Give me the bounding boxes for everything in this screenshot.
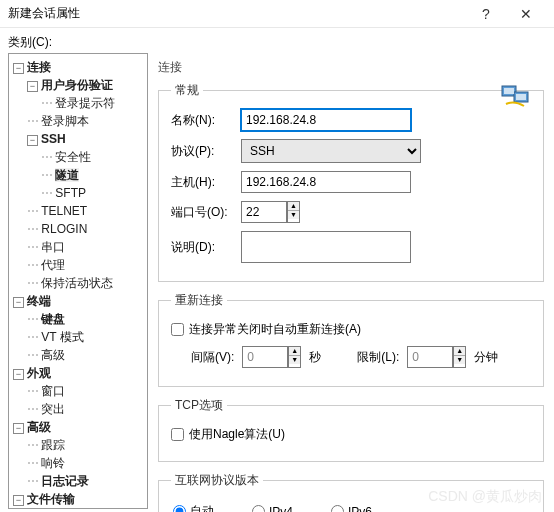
general-group: 常规 名称(N): 协议(P): SSH 主机(H): 端口号(O): ▲▼: [158, 82, 544, 282]
port-label: 端口号(O):: [171, 204, 241, 221]
limit-label: 限制(L):: [357, 349, 399, 366]
category-tree[interactable]: −连接 −用户身份验证 ⋯ 登录提示符 ⋯ 登录脚本 −SSH ⋯ 安全性 ⋯ …: [8, 53, 148, 509]
tree-toggle[interactable]: −: [27, 135, 38, 146]
tree-telnet[interactable]: TELNET: [41, 204, 87, 218]
ipv6-radio[interactable]: [331, 505, 344, 512]
help-button[interactable]: ?: [466, 6, 506, 22]
tree-sftp[interactable]: SFTP: [55, 186, 86, 200]
tree-appearance[interactable]: 外观: [27, 366, 51, 380]
name-label: 名称(N):: [171, 112, 241, 129]
window-title: 新建会话属性: [8, 5, 466, 22]
spin-down-icon[interactable]: ▼: [289, 356, 300, 364]
spin-up-icon[interactable]: ▲: [289, 347, 300, 356]
category-label: 类别(C):: [0, 28, 554, 53]
svg-rect-3: [516, 94, 526, 100]
limit-spinner[interactable]: ▲▼: [407, 346, 466, 368]
computers-icon: [500, 82, 534, 112]
nagle-label: 使用Nagle算法(U): [189, 426, 285, 443]
general-legend: 常规: [171, 82, 203, 99]
tree-filetransfer[interactable]: 文件传输: [27, 492, 75, 506]
name-input[interactable]: [241, 109, 411, 131]
spin-down-icon[interactable]: ▼: [288, 211, 299, 219]
reconnect-group: 重新连接 连接异常关闭时自动重新连接(A) 间隔(V): ▲▼ 秒 限制(L):…: [158, 292, 544, 387]
tree-toggle[interactable]: −: [27, 81, 38, 92]
host-input[interactable]: [241, 171, 411, 193]
tree-toggle[interactable]: −: [13, 63, 24, 74]
tree-auth[interactable]: 用户身份验证: [41, 78, 113, 92]
port-input[interactable]: [241, 201, 287, 223]
tree-connection[interactable]: 连接: [27, 60, 51, 74]
ipv6-label: IPv6: [348, 505, 372, 513]
tree-serial[interactable]: 串口: [41, 240, 65, 254]
tree-bell[interactable]: 响铃: [41, 456, 65, 470]
breadcrumb: 连接: [158, 57, 544, 82]
tree-adv1[interactable]: 高级: [41, 348, 65, 362]
tree-rlogin[interactable]: RLOGIN: [41, 222, 87, 236]
auto-reconnect-checkbox[interactable]: [171, 323, 184, 336]
tree-toggle[interactable]: −: [13, 495, 24, 506]
desc-label: 说明(D):: [171, 239, 241, 256]
sec-label: 秒: [309, 349, 321, 366]
tree-login-prompt[interactable]: 登录提示符: [55, 96, 115, 110]
auto-reconnect-label: 连接异常关闭时自动重新连接(A): [189, 321, 361, 338]
ip-auto-radio[interactable]: [173, 505, 186, 512]
interval-input[interactable]: [242, 346, 288, 368]
tree-keepalive[interactable]: 保持活动状态: [41, 276, 113, 290]
spin-up-icon[interactable]: ▲: [288, 202, 299, 211]
protocol-select[interactable]: SSH: [241, 139, 421, 163]
tree-security[interactable]: 安全性: [55, 150, 91, 164]
tree-tunnel[interactable]: 隧道: [55, 168, 79, 182]
ipver-legend: 互联网协议版本: [171, 472, 263, 489]
reconnect-legend: 重新连接: [171, 292, 227, 309]
min-label: 分钟: [474, 349, 498, 366]
tree-trace[interactable]: 跟踪: [41, 438, 65, 452]
spin-up-icon[interactable]: ▲: [454, 347, 465, 356]
tree-ssh[interactable]: SSH: [41, 132, 66, 146]
interval-label: 间隔(V):: [191, 349, 234, 366]
ipv4-label: IPv4: [269, 505, 293, 513]
tree-toggle[interactable]: −: [13, 297, 24, 308]
tree-login-script[interactable]: 登录脚本: [41, 114, 89, 128]
titlebar: 新建会话属性 ? ✕: [0, 0, 554, 28]
tree-highlight[interactable]: 突出: [41, 402, 65, 416]
limit-input[interactable]: [407, 346, 453, 368]
port-spinner[interactable]: ▲▼: [241, 201, 300, 223]
interval-spinner[interactable]: ▲▼: [242, 346, 301, 368]
tree-toggle[interactable]: −: [13, 423, 24, 434]
ip-auto-label: 自动: [190, 503, 214, 512]
svg-rect-2: [504, 88, 514, 94]
spin-down-icon[interactable]: ▼: [454, 356, 465, 364]
tcp-group: TCP选项 使用Nagle算法(U): [158, 397, 544, 462]
tree-keyboard[interactable]: 键盘: [41, 312, 65, 326]
tree-vtmode[interactable]: VT 模式: [41, 330, 83, 344]
host-label: 主机(H):: [171, 174, 241, 191]
protocol-label: 协议(P):: [171, 143, 241, 160]
tree-logging[interactable]: 日志记录: [41, 474, 89, 488]
tree-proxy[interactable]: 代理: [41, 258, 65, 272]
tcp-legend: TCP选项: [171, 397, 227, 414]
close-button[interactable]: ✕: [506, 6, 546, 22]
content-panel: 连接 常规 名称(N): 协议(P): SSH 主机(H): 端口号(O): ▲…: [152, 53, 554, 512]
tree-terminal[interactable]: 终端: [27, 294, 51, 308]
tree-adv2[interactable]: 高级: [27, 420, 51, 434]
ipv4-radio[interactable]: [252, 505, 265, 512]
desc-textarea[interactable]: [241, 231, 411, 263]
tree-toggle[interactable]: −: [13, 369, 24, 380]
tree-window[interactable]: 窗口: [41, 384, 65, 398]
ipver-group: 互联网协议版本 自动 IPv4 IPv6: [158, 472, 544, 512]
nagle-checkbox[interactable]: [171, 428, 184, 441]
